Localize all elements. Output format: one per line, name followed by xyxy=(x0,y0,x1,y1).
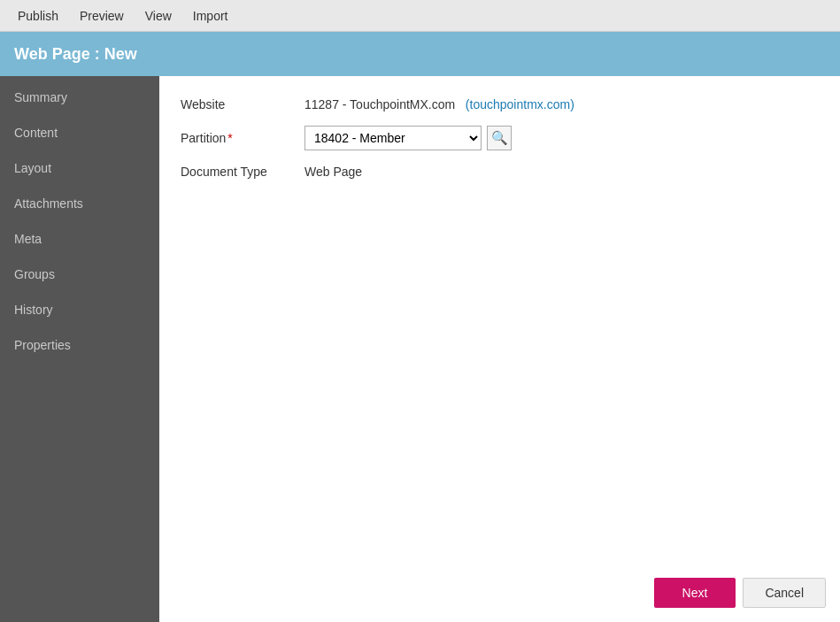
top-menu-bar: Publish Preview View Import xyxy=(0,0,840,32)
sidebar-item-properties[interactable]: Properties xyxy=(0,327,159,363)
search-icon: 🔍 xyxy=(491,130,508,146)
menu-item-preview[interactable]: Preview xyxy=(69,0,135,31)
cancel-button[interactable]: Cancel xyxy=(743,578,826,608)
website-value: 11287 - TouchpointMX.com (touchpointmx.c… xyxy=(304,97,574,111)
sidebar-item-groups[interactable]: Groups xyxy=(0,257,159,292)
sidebar-item-attachments[interactable]: Attachments xyxy=(0,186,159,221)
document-type-row: Document Type Web Page xyxy=(181,165,819,179)
sidebar-item-summary[interactable]: Summary xyxy=(0,80,159,115)
page-header: Web Page : New xyxy=(0,32,840,76)
menu-item-import[interactable]: Import xyxy=(182,0,239,31)
partition-row: Partition* 18402 - Member 🔍 xyxy=(181,126,819,150)
website-row: Website 11287 - TouchpointMX.com (touchp… xyxy=(181,97,819,111)
partition-select[interactable]: 18402 - Member xyxy=(304,126,482,150)
document-type-value: Web Page xyxy=(304,165,362,179)
sidebar: Summary Content Layout Attachments Meta … xyxy=(0,76,159,622)
partition-search-button[interactable]: 🔍 xyxy=(487,126,512,150)
next-button[interactable]: Next xyxy=(654,578,736,608)
sidebar-item-content[interactable]: Content xyxy=(0,115,159,150)
partition-label: Partition* xyxy=(181,131,304,145)
main-layout: Summary Content Layout Attachments Meta … xyxy=(0,76,840,622)
bottom-buttons: Next Cancel xyxy=(654,578,826,608)
partition-control-group: 18402 - Member 🔍 xyxy=(304,126,512,150)
content-area: Website 11287 - TouchpointMX.com (touchp… xyxy=(159,76,840,622)
website-label: Website xyxy=(181,97,304,111)
page-title: Web Page : New xyxy=(14,45,137,64)
website-link[interactable]: (touchpointmx.com) xyxy=(466,97,574,111)
document-type-label: Document Type xyxy=(181,165,304,179)
sidebar-item-history[interactable]: History xyxy=(0,292,159,327)
sidebar-item-meta[interactable]: Meta xyxy=(0,221,159,257)
menu-item-publish[interactable]: Publish xyxy=(7,0,69,31)
required-indicator: * xyxy=(227,131,232,145)
sidebar-item-layout[interactable]: Layout xyxy=(0,150,159,186)
website-text: 11287 - TouchpointMX.com xyxy=(304,97,455,111)
menu-item-view[interactable]: View xyxy=(135,0,182,31)
